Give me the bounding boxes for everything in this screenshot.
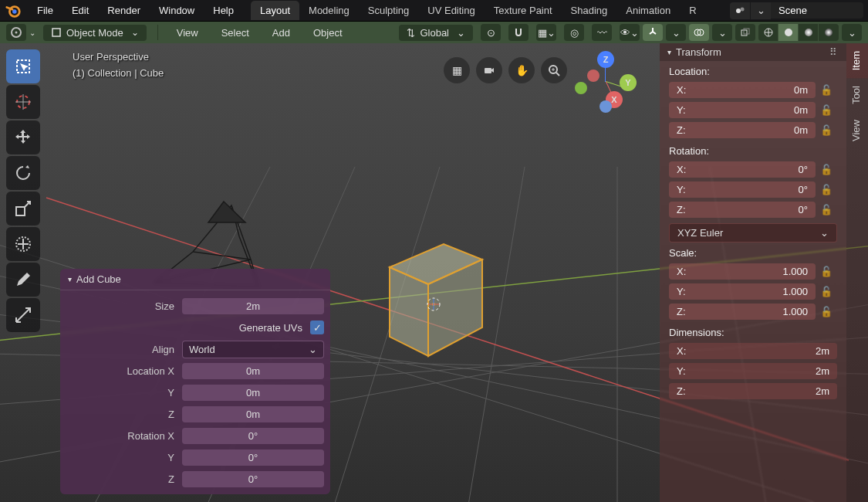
tab-tool[interactable]: Tool [846,78,868,112]
redo-panel-header[interactable]: Add Cube [60,269,330,290]
proportional-edit-icon[interactable]: ◎ [564,24,584,41]
rotation-x-field[interactable]: 0° [182,428,324,444]
axis-neg-y-icon[interactable] [587,70,599,82]
menu-edit[interactable]: Edit [62,2,98,19]
3d-viewport[interactable]: User Perspective (1) Collection | Cube ▦… [0,43,868,502]
scale-x-input[interactable]: X:1.000 [669,263,816,280]
menu-view[interactable]: View [169,25,206,41]
lock-icon[interactable]: 🔓 [816,104,837,116]
workspace-tab-animation[interactable]: Animation [616,1,680,20]
scene-browse-icon[interactable] [730,2,750,19]
menu-add[interactable]: Add [265,25,298,41]
gizmo-dropdown-icon[interactable]: ⌄ [666,24,686,41]
menu-window[interactable]: Window [150,2,204,19]
axis-y-icon[interactable]: Y [620,74,637,91]
xray-toggle-icon[interactable] [735,24,755,41]
workspace-tab-texturepaint[interactable]: Texture Paint [485,1,562,20]
generate-uvs-checkbox[interactable]: ✓ [310,321,324,334]
dimension-z-input[interactable]: Z:2m [669,383,837,399]
workspace-tab-shading[interactable]: Shading [562,1,617,20]
location-z-field[interactable]: 0m [182,406,324,422]
menu-file[interactable]: File [28,2,62,19]
rotation-y-label: Y [66,452,182,463]
menu-render[interactable]: Render [98,2,150,19]
tool-select-box[interactable] [6,49,40,83]
snap-toggle-icon[interactable] [508,24,529,41]
tool-annotate[interactable] [6,263,40,297]
menu-select[interactable]: Select [214,25,257,41]
rotation-y-input[interactable]: Y:0° [669,181,816,198]
mode-selector[interactable]: Object Mode [43,25,147,41]
snap-options-icon[interactable]: ▦⌄ [536,24,556,41]
pivot-point-icon[interactable]: ⊙ [481,24,501,41]
shading-solid-icon[interactable] [778,24,799,41]
nav-zoom-icon[interactable] [541,57,567,83]
drag-handle-icon[interactable]: ⠿ [829,46,839,58]
shading-rendered-icon[interactable] [819,24,839,41]
scene-dropdown-icon[interactable]: ⌄ [751,2,771,19]
orientation-selector[interactable]: Global [399,25,473,41]
menu-object[interactable]: Object [306,25,350,41]
tab-item[interactable]: Item [846,43,868,78]
dimension-x-input[interactable]: X:2m [669,343,837,359]
lock-icon[interactable]: 🔓 [816,164,837,175]
svg-point-14 [825,29,833,36]
tool-transform[interactable] [6,227,40,261]
chevron-down-icon[interactable]: ⌄ [29,29,35,37]
nav-gizmo[interactable]: Z Y X [575,51,637,113]
workspace-tab-modeling[interactable]: Modeling [299,1,359,20]
axis-z-icon[interactable]: Z [597,51,614,68]
workspace-tab-layout[interactable]: Layout [251,1,299,20]
scale-y-input[interactable]: Y:1.000 [669,283,816,300]
lock-icon[interactable]: 🔓 [816,124,837,136]
visibility-icon[interactable]: 👁⌄ [620,24,640,41]
overlay-toggle-icon[interactable] [689,24,709,41]
workspace-tab-sculpting[interactable]: Sculpting [359,1,418,20]
menu-help[interactable]: Help [204,2,243,19]
rotation-z-input[interactable]: Z:0° [669,202,816,218]
scene-name-input[interactable] [771,2,863,19]
size-field[interactable]: 2m [182,298,324,314]
svg-rect-46 [16,207,25,215]
location-x-input[interactable]: X:0m [669,82,816,98]
location-y-field[interactable]: 0m [182,385,324,401]
overlay-dropdown-icon[interactable]: ⌄ [712,24,732,41]
shading-material-icon[interactable] [799,24,819,41]
gizmo-toggle-icon[interactable] [643,24,663,41]
location-z-input[interactable]: Z:0m [669,122,816,138]
tool-scale[interactable] [6,192,40,226]
align-selector[interactable]: World⌄ [182,341,324,358]
n-panel-header[interactable]: Transform ⠿ [660,43,846,61]
nav-camera-icon[interactable] [476,57,502,83]
axis-neg-x-icon[interactable] [575,82,587,94]
scale-z-input[interactable]: Z:1.000 [669,304,816,320]
lock-icon[interactable]: 🔓 [816,306,837,317]
nav-grid-icon[interactable]: ▦ [444,57,470,83]
rotation-y-field[interactable]: 0° [182,449,324,466]
tab-view[interactable]: View [846,112,868,149]
shading-dropdown-icon[interactable]: ⌄ [842,24,862,41]
lock-icon[interactable]: 🔓 [816,266,837,277]
svg-rect-48 [485,68,491,73]
location-x-field[interactable]: 0m [182,363,324,379]
rotation-x-input[interactable]: X:0° [669,161,816,178]
lock-icon[interactable]: 🔓 [816,204,837,215]
proportional-falloff-icon[interactable]: 〰 [592,24,612,41]
lock-icon[interactable]: 🔓 [816,184,837,195]
tool-rotate[interactable] [6,156,40,190]
lock-icon[interactable]: 🔓 [816,84,837,96]
location-y-input[interactable]: Y:0m [669,102,816,118]
tool-cursor[interactable] [6,85,40,119]
nav-pan-icon[interactable]: ✋ [508,57,535,83]
dimension-y-input[interactable]: Y:2m [669,363,837,379]
tool-measure[interactable] [6,298,40,332]
workspace-tab-more[interactable]: R [680,1,705,20]
editor-type-icon[interactable] [6,24,26,41]
tool-move[interactable] [6,120,40,154]
rotation-mode-selector[interactable]: XYZ Euler⌄ [669,223,837,243]
lock-icon[interactable]: 🔓 [816,286,837,297]
shading-wireframe-icon[interactable] [758,24,778,41]
rotation-z-field[interactable]: 0° [182,471,324,487]
workspace-tab-uvediting[interactable]: UV Editing [418,1,484,20]
axis-neg-z-icon[interactable] [599,100,612,113]
